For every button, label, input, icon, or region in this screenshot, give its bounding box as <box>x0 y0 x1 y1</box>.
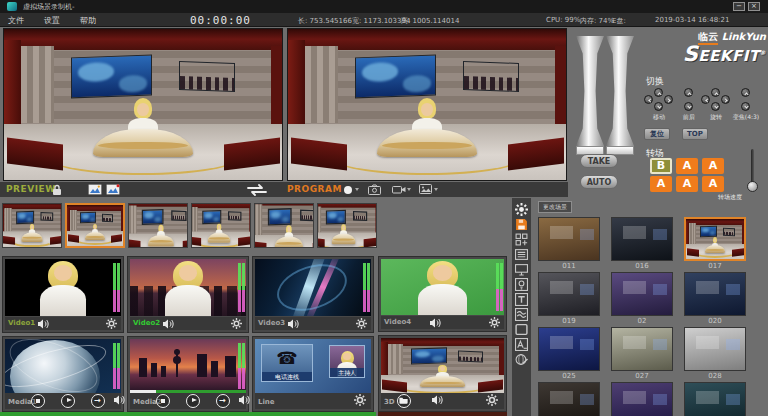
scene-item[interactable] <box>538 382 600 416</box>
line-thumbnail[interactable]: ☎ 电话连线 主持人 <box>255 339 371 393</box>
transition-button-a[interactable]: A <box>702 176 724 192</box>
draw-globe-icon[interactable] <box>515 353 528 366</box>
scene-3d-thumbnail[interactable] <box>381 338 504 396</box>
camera-preset-thumb[interactable] <box>254 203 314 248</box>
scene-item[interactable]: 028 <box>684 327 746 382</box>
scene-item[interactable]: 011 <box>538 217 600 272</box>
take-button[interactable]: TAKE <box>580 154 618 168</box>
transition-button-a[interactable]: A <box>702 158 724 174</box>
host-box[interactable]: 主持人 <box>329 345 365 378</box>
light-icon[interactable] <box>515 278 528 291</box>
arrow-up-button[interactable] <box>684 88 693 97</box>
speaker-icon[interactable] <box>238 395 251 405</box>
top-view-button[interactable]: TOP <box>682 128 708 140</box>
media2-thumbnail[interactable] <box>130 339 246 393</box>
menu-file[interactable]: 文件 <box>8 15 24 26</box>
list-icon[interactable] <box>515 248 528 261</box>
scene-item[interactable]: 016 <box>611 217 673 272</box>
font-icon[interactable] <box>515 338 528 351</box>
lock-icon[interactable] <box>52 184 62 196</box>
transition-button-a[interactable]: A <box>650 176 672 192</box>
transition-button-a[interactable]: A <box>676 158 698 174</box>
camera-preset-thumb[interactable] <box>191 203 251 248</box>
minimize-button[interactable]: − <box>733 2 745 11</box>
scene-item[interactable]: 025 <box>538 327 600 382</box>
arrow-right-button[interactable] <box>721 95 730 104</box>
transition-button-a[interactable]: A <box>676 176 698 192</box>
add-layout-icon[interactable] <box>515 233 528 246</box>
video-record-icon[interactable] <box>392 185 406 194</box>
transition-speed-knob[interactable] <box>747 181 758 192</box>
scene-item[interactable]: 020 <box>684 272 746 327</box>
auto-button[interactable]: AUTO <box>580 175 618 189</box>
play-button[interactable] <box>186 394 200 408</box>
gear-icon[interactable] <box>231 318 242 329</box>
settings-icon[interactable] <box>515 203 528 216</box>
media1-thumbnail[interactable] <box>5 339 121 393</box>
image-dropdown-caret[interactable] <box>434 188 438 191</box>
image-output-icon[interactable] <box>419 184 432 194</box>
speaker-icon[interactable] <box>287 319 300 329</box>
close-button[interactable]: × <box>748 2 760 11</box>
scene-item[interactable] <box>611 382 673 416</box>
video2-thumbnail[interactable] <box>130 259 246 316</box>
camera-snapshot-icon[interactable] <box>368 184 381 195</box>
gear-icon[interactable] <box>106 318 117 329</box>
scene-item[interactable]: 019 <box>538 272 600 327</box>
frame-icon[interactable] <box>515 323 528 336</box>
arrow-down-button[interactable] <box>654 102 663 111</box>
save-icon[interactable] <box>515 218 528 231</box>
play-button[interactable] <box>61 394 75 408</box>
arrow-up-button[interactable] <box>654 88 663 97</box>
camera-preset-thumb-selected[interactable] <box>65 203 125 248</box>
layers-icon[interactable] <box>515 308 528 321</box>
video3-thumbnail[interactable] <box>255 259 371 316</box>
video4-thumbnail[interactable] <box>381 259 504 315</box>
arrow-right-button[interactable] <box>664 95 673 104</box>
stop-button[interactable] <box>31 394 45 408</box>
scene-item-selected[interactable]: 017 <box>684 217 746 272</box>
speaker-icon[interactable] <box>37 319 50 329</box>
snapshot-image-alert-icon[interactable] <box>106 184 120 195</box>
arrow-down-button[interactable] <box>741 102 750 111</box>
speaker-icon[interactable] <box>162 319 175 329</box>
record-dropdown-caret[interactable] <box>355 188 359 191</box>
camera-preset-thumb[interactable] <box>128 203 188 248</box>
speaker-icon[interactable] <box>113 395 126 405</box>
title-text-icon[interactable] <box>515 293 528 306</box>
arrow-up-button[interactable] <box>741 88 750 97</box>
phone-call-box[interactable]: ☎ 电话连线 <box>261 344 313 382</box>
stop-button[interactable] <box>156 394 170 408</box>
record-icon[interactable] <box>344 186 352 194</box>
arrow-down-button[interactable] <box>684 102 693 111</box>
next-button[interactable]: → <box>216 394 230 408</box>
speaker-icon[interactable] <box>431 395 444 405</box>
gear-icon[interactable] <box>356 318 367 329</box>
scene-item[interactable] <box>684 382 746 416</box>
scene-item[interactable]: 027 <box>611 327 673 382</box>
t-bar-handle[interactable] <box>606 36 634 146</box>
gear-icon[interactable] <box>486 394 498 406</box>
arrow-down-button[interactable] <box>711 102 720 111</box>
swap-preview-program-icon[interactable] <box>244 184 270 196</box>
arrow-up-button[interactable] <box>711 88 720 97</box>
menu-help[interactable]: 帮助 <box>80 15 96 26</box>
scene-item[interactable]: 02 <box>611 272 673 327</box>
snapshot-image-icon[interactable] <box>88 184 102 195</box>
transition-button-b[interactable]: B <box>650 158 672 174</box>
monitor-icon[interactable] <box>515 263 528 276</box>
video-dropdown-caret[interactable] <box>407 188 411 191</box>
camera-preset-thumb[interactable] <box>317 203 377 248</box>
menu-settings[interactable]: 设置 <box>44 15 60 26</box>
gear-icon[interactable] <box>489 317 500 328</box>
arrow-left-button[interactable] <box>644 95 653 104</box>
arrow-left-button[interactable] <box>701 95 710 104</box>
open-folder-button[interactable] <box>397 394 411 408</box>
change-scene-button[interactable]: 更改场景 <box>538 201 572 213</box>
gear-icon[interactable] <box>354 394 366 406</box>
next-button[interactable]: → <box>91 394 105 408</box>
t-bar-handle[interactable] <box>576 36 604 146</box>
speaker-icon[interactable] <box>429 318 442 328</box>
camera-preset-thumb[interactable] <box>2 203 62 248</box>
reset-button[interactable]: 复位 <box>644 128 670 140</box>
